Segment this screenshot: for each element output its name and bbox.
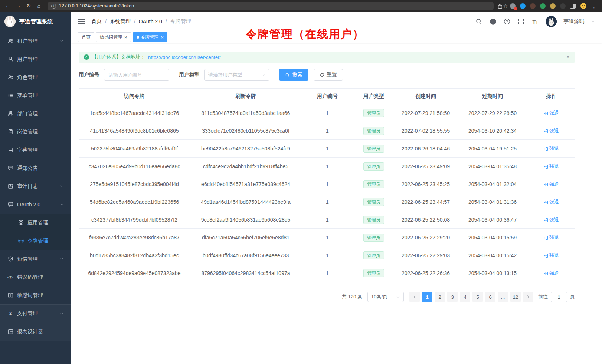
page-button-1[interactable]: 1 xyxy=(422,292,432,302)
page-content: ✓ 【用户体系】文档地址： https://doc.iocoder.cn/use… xyxy=(71,43,602,364)
breadcrumb-item[interactable]: 系统管理 xyxy=(110,18,131,25)
page-button-3[interactable]: 3 xyxy=(447,292,458,302)
site-info-icon[interactable]: i xyxy=(51,4,56,9)
tab-close-icon[interactable]: × xyxy=(161,35,164,40)
menu-fold-icon[interactable] xyxy=(78,19,85,24)
breadcrumb-item[interactable]: 首页 xyxy=(91,18,102,25)
logout-icon xyxy=(544,217,548,222)
user-id-cell: 1 xyxy=(301,104,353,122)
force-logout-button[interactable]: 强退 xyxy=(544,252,559,259)
table-row: b0d1785bc3a8482f812db4a3f3bd15ecb0df4980… xyxy=(79,246,575,264)
action-cell: 强退 xyxy=(528,175,575,193)
user-avatar[interactable] xyxy=(546,16,557,27)
page-button-12[interactable]: 12 xyxy=(510,292,521,302)
tab-close-icon[interactable]: × xyxy=(124,35,127,40)
page-button-5[interactable]: 5 xyxy=(472,292,483,302)
tab-home[interactable]: 首页 xyxy=(78,32,94,42)
sidebar-item-error-code[interactable]: </>错误码管理 xyxy=(0,268,71,286)
tab-token[interactable]: 令牌管理× xyxy=(133,32,168,42)
sidebar-item-user[interactable]: 用户管理 xyxy=(0,50,71,68)
sidebar-item-oauth2-token[interactable]: 令牌管理 xyxy=(0,232,71,250)
sidebar-item-dept[interactable]: 部门管理 xyxy=(0,105,71,123)
browser-address-bar[interactable]: i 127.0.0.1:1024/system/oauth2/token xyxy=(48,2,494,10)
goto-page-input[interactable] xyxy=(551,292,567,302)
browser-reload-button[interactable]: ↻ xyxy=(24,1,33,11)
next-page-button[interactable] xyxy=(523,292,533,302)
search-button[interactable]: 搜索 xyxy=(279,69,308,81)
github-icon[interactable] xyxy=(489,18,497,25)
sidebar-item-notice[interactable]: 通知公告 xyxy=(0,159,71,177)
extensions-badged-icon[interactable] xyxy=(510,3,516,9)
force-logout-button[interactable]: 强退 xyxy=(544,145,559,152)
ext-brown-icon[interactable] xyxy=(530,3,536,9)
ext-blue-icon[interactable] xyxy=(520,3,526,9)
ext-puzzle-icon[interactable] xyxy=(550,3,556,9)
reset-button[interactable]: 重置 xyxy=(314,69,343,81)
user-name[interactable]: 芋道源码 xyxy=(563,18,584,25)
sidebar-item-post[interactable]: 岗位管理 xyxy=(0,123,71,141)
alert-close-icon[interactable]: × xyxy=(566,54,570,60)
force-logout-button[interactable]: 强退 xyxy=(544,128,559,134)
table-header-row: 访问令牌刷新令牌用户编号用户类型创建时间过期时间操作 xyxy=(79,89,575,104)
created-time-cell: 2022-07-02 18:55:55 xyxy=(394,122,457,140)
header-actions: TT 芋道源码 xyxy=(475,16,595,27)
page-button-6[interactable]: 6 xyxy=(485,292,495,302)
sidebar-item-tenant[interactable]: 租户管理 xyxy=(0,32,71,50)
browser-back-button[interactable]: ← xyxy=(3,1,13,11)
sidebar-item-pay[interactable]: ¥支付管理 xyxy=(0,304,71,322)
sidebar-item-menu[interactable]: 菜单管理 xyxy=(0,86,71,105)
search-icon[interactable] xyxy=(475,18,482,25)
prev-page-button[interactable] xyxy=(409,292,420,302)
page-button-2[interactable]: 2 xyxy=(435,292,445,302)
fullscreen-icon[interactable] xyxy=(517,18,525,25)
sidebar-item-label: 字典管理 xyxy=(17,147,64,153)
page-size-select[interactable]: 10条/页 xyxy=(367,292,404,302)
sidebar-item-audit-log[interactable]: 审计日志 xyxy=(0,177,71,195)
user-type-tag: 管理员 xyxy=(363,251,384,259)
sidebar: 芋道管理系统 租户管理用户管理角色管理菜单管理部门管理岗位管理字典管理通知公告审… xyxy=(0,12,71,364)
ext-dark-icon[interactable] xyxy=(560,3,566,9)
sidebar-item-sms[interactable]: 短信管理 xyxy=(0,250,71,268)
share-icon[interactable] xyxy=(497,3,503,9)
breadcrumb: 首页/系统管理/OAuth 2.0/令牌管理 xyxy=(91,18,191,25)
force-logout-button[interactable]: 强退 xyxy=(544,216,559,223)
sidebar-item-report-designer[interactable]: 报表设计器 xyxy=(0,322,71,341)
force-logout-button[interactable]: 强退 xyxy=(544,181,559,188)
help-icon[interactable] xyxy=(503,18,511,25)
tab-bar: 首页敏感词管理×令牌管理× xyxy=(71,31,602,43)
page-button-4[interactable]: 4 xyxy=(460,292,470,302)
browser-forward-button[interactable]: → xyxy=(13,1,23,11)
sidebar-item-sensitive-word[interactable]: 敏感词管理 xyxy=(0,286,71,304)
sidebar-item-oauth2-app[interactable]: 应用管理 xyxy=(0,214,71,232)
alert-doc-link[interactable]: https://doc.iocoder.cn/user-center/ xyxy=(148,54,221,60)
profile-icon[interactable] xyxy=(580,3,587,9)
breadcrumb-item[interactable]: OAuth 2.0 xyxy=(139,19,162,24)
force-logout-label: 强退 xyxy=(549,199,559,205)
browser-home-button[interactable]: ⌂ xyxy=(34,1,44,11)
user-id-cell: 1 xyxy=(301,264,353,282)
font-size-icon[interactable]: TT xyxy=(531,18,539,25)
tab-sensitive-word[interactable]: 敏感词管理× xyxy=(96,32,131,42)
people-icon xyxy=(7,75,13,80)
split-view-icon[interactable] xyxy=(570,4,576,9)
sidebar-item-dict[interactable]: 字典管理 xyxy=(0,141,71,159)
force-logout-label: 强退 xyxy=(549,181,559,188)
force-logout-button[interactable]: 强退 xyxy=(544,234,559,241)
user-menu-caret-icon[interactable] xyxy=(591,19,595,24)
more-menu-icon[interactable]: ⋮ xyxy=(591,3,597,9)
more-pages-button[interactable]: ... xyxy=(498,292,508,302)
bookmark-star-icon[interactable]: ☆ xyxy=(503,3,508,9)
sidebar-item-role[interactable]: 角色管理 xyxy=(0,68,71,86)
user-id-cell: 1 xyxy=(301,193,353,211)
force-logout-button[interactable]: 强退 xyxy=(544,110,559,116)
created-time-cell: 2022-06-25 22:29:20 xyxy=(394,229,457,246)
app-logo[interactable]: 芋道管理系统 xyxy=(0,12,71,31)
sidebar-item-oauth2[interactable]: OAuth 2.0 xyxy=(0,195,71,214)
force-logout-button[interactable]: 强退 xyxy=(544,199,559,205)
code-icon: </> xyxy=(7,275,13,279)
user-type-select[interactable]: 请选择用户类型 xyxy=(204,69,269,81)
user-id-input[interactable] xyxy=(104,69,169,81)
ext-green-icon[interactable] xyxy=(540,3,546,9)
force-logout-button[interactable]: 强退 xyxy=(544,270,559,277)
force-logout-button[interactable]: 强退 xyxy=(544,163,559,170)
